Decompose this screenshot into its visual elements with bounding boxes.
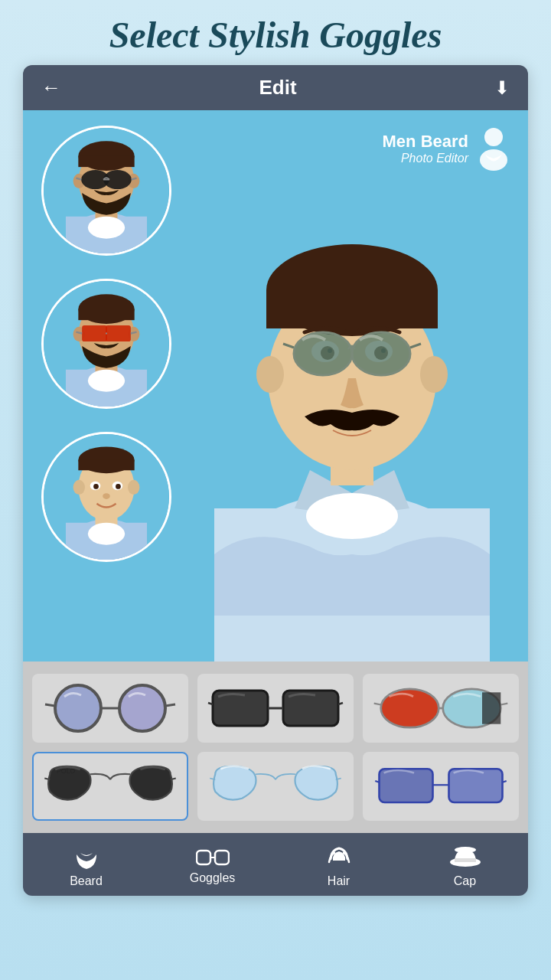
svg-point-44 bbox=[93, 484, 99, 489]
main-card: ← Edit ⬇ Men Beard Photo Editor bbox=[23, 65, 528, 896]
svg-point-36 bbox=[88, 523, 125, 545]
svg-point-46 bbox=[103, 493, 110, 499]
header-title: Edit bbox=[259, 76, 296, 100]
svg-rect-110 bbox=[455, 858, 476, 862]
main-person-illustration bbox=[191, 141, 513, 662]
download-button[interactable]: ⬇ bbox=[494, 77, 510, 99]
svg-rect-53 bbox=[266, 290, 438, 328]
svg-point-41 bbox=[128, 480, 139, 495]
svg-line-75 bbox=[165, 704, 175, 706]
svg-line-88 bbox=[374, 704, 381, 705]
svg-rect-90 bbox=[482, 692, 500, 724]
thumbnail-1[interactable] bbox=[41, 126, 171, 256]
thumbnail-column bbox=[41, 126, 171, 562]
thumbnail-3[interactable] bbox=[41, 432, 171, 562]
nav-item-beard[interactable]: Beard bbox=[23, 844, 149, 888]
svg-rect-103 bbox=[197, 851, 210, 864]
nav-cap-label: Cap bbox=[454, 874, 476, 888]
goggle-red-blue-sport[interactable] bbox=[363, 674, 519, 743]
back-button[interactable]: ← bbox=[41, 76, 61, 100]
goggle-purple-wayfarer[interactable] bbox=[363, 752, 519, 821]
svg-point-49 bbox=[306, 493, 398, 539]
nav-beard-label: Beard bbox=[70, 874, 103, 888]
svg-line-106 bbox=[196, 855, 197, 856]
svg-point-40 bbox=[73, 480, 85, 495]
goggles-icon bbox=[196, 847, 230, 868]
goggles-row-1 bbox=[32, 674, 519, 743]
hair-icon bbox=[325, 844, 353, 871]
svg-line-74 bbox=[45, 704, 55, 706]
nav-item-hair[interactable]: Hair bbox=[276, 844, 402, 888]
thumbnail-2[interactable] bbox=[41, 279, 171, 409]
goggle-round-blue[interactable] bbox=[32, 674, 188, 743]
svg-point-109 bbox=[455, 847, 476, 853]
nav-item-goggles[interactable]: Goggles bbox=[149, 847, 276, 885]
svg-line-107 bbox=[229, 855, 230, 856]
goggle-blue-aviator[interactable] bbox=[197, 752, 354, 821]
svg-point-6 bbox=[88, 217, 125, 239]
nav-item-cap[interactable]: Cap bbox=[402, 844, 528, 888]
beard-icon bbox=[73, 844, 100, 871]
svg-rect-98 bbox=[449, 769, 503, 802]
svg-rect-104 bbox=[215, 851, 229, 864]
svg-rect-28 bbox=[106, 325, 131, 341]
svg-rect-9 bbox=[78, 156, 134, 167]
svg-rect-27 bbox=[82, 325, 107, 341]
photo-area: Men Beard Photo Editor bbox=[23, 110, 528, 662]
goggle-black-aviator[interactable]: POLO bbox=[32, 752, 188, 821]
svg-rect-96 bbox=[380, 769, 433, 802]
svg-rect-24 bbox=[78, 309, 134, 320]
cap-icon bbox=[448, 844, 482, 871]
goggle-dark-wayfarer[interactable] bbox=[197, 674, 354, 743]
svg-point-21 bbox=[88, 370, 125, 392]
svg-point-55 bbox=[420, 356, 448, 393]
goggles-row-2: POLO bbox=[32, 752, 519, 821]
svg-rect-39 bbox=[78, 460, 134, 471]
accessories-tray: POLO bbox=[23, 662, 528, 833]
svg-point-45 bbox=[116, 484, 121, 489]
app-title: Select Stylish Goggles bbox=[109, 0, 442, 65]
header-bar: ← Edit ⬇ bbox=[23, 65, 528, 110]
nav-goggles-label: Goggles bbox=[190, 871, 236, 885]
nav-hair-label: Hair bbox=[328, 874, 350, 888]
svg-point-54 bbox=[256, 356, 284, 393]
svg-line-89 bbox=[500, 704, 507, 705]
bottom-nav: Beard Goggles Hair bbox=[23, 833, 528, 896]
